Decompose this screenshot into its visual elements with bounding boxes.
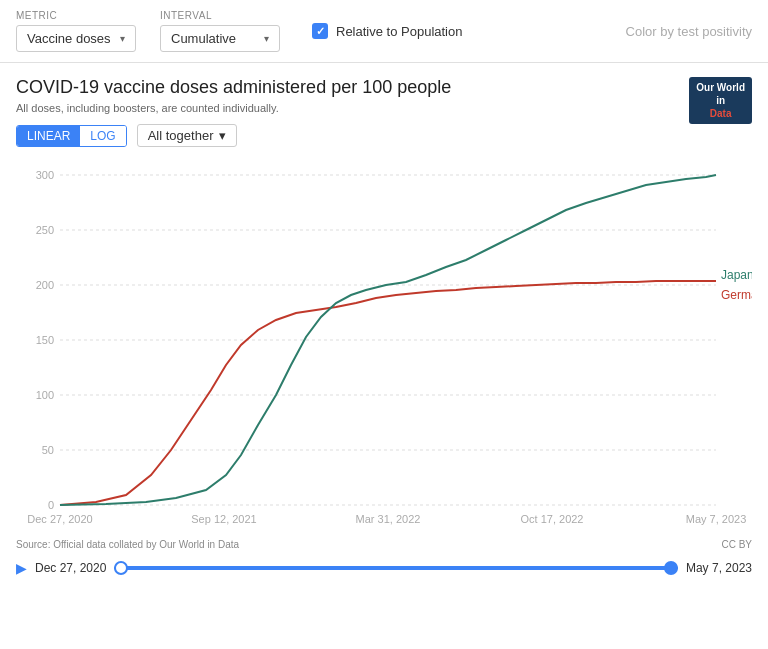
interval-control: INTERVAL Cumulative ▾	[160, 10, 280, 52]
svg-text:250: 250	[36, 224, 54, 236]
owid-line1: Our World	[696, 81, 745, 94]
owid-badge: Our World in Data	[689, 77, 752, 124]
scale-toggle[interactable]: LINEAR LOG	[16, 125, 127, 147]
linear-button[interactable]: LINEAR	[17, 126, 80, 146]
timeline-row: ▶ Dec 27, 2020 May 7, 2023	[0, 554, 768, 582]
interval-label: INTERVAL	[160, 10, 280, 21]
metric-chevron-icon: ▾	[120, 33, 125, 44]
svg-text:300: 300	[36, 169, 54, 181]
interval-select[interactable]: Cumulative ▾	[160, 25, 280, 52]
svg-text:Oct 17, 2022: Oct 17, 2022	[521, 513, 584, 525]
source-row: Source: Official data collated by Our Wo…	[0, 535, 768, 554]
svg-text:100: 100	[36, 389, 54, 401]
all-together-chevron-icon: ▾	[219, 128, 226, 143]
svg-text:May 7, 2023: May 7, 2023	[686, 513, 747, 525]
chart-subtitle: All doses, including boosters, are count…	[16, 102, 451, 114]
color-by-test-positivity[interactable]: Color by test positivity	[626, 24, 752, 39]
svg-text:50: 50	[42, 444, 54, 456]
all-together-label: All together	[148, 128, 214, 143]
metric-select[interactable]: Vaccine doses ▾	[16, 25, 136, 52]
svg-text:0: 0	[48, 499, 54, 511]
timeline-thumb-left[interactable]	[114, 561, 128, 575]
germany-line	[60, 281, 716, 505]
log-button[interactable]: LOG	[80, 126, 125, 146]
chart-area: COVID-19 vaccine doses administered per …	[0, 63, 768, 535]
all-together-button[interactable]: All together ▾	[137, 124, 238, 147]
svg-text:Sep 12, 2021: Sep 12, 2021	[191, 513, 256, 525]
chart-controls: LINEAR LOG All together ▾	[16, 124, 752, 147]
japan-label: Japan	[721, 268, 752, 282]
timeline-thumb-right[interactable]	[664, 561, 678, 575]
metric-label: METRIC	[16, 10, 136, 21]
source-text: Source: Official data collated by Our Wo…	[16, 539, 239, 550]
play-button[interactable]: ▶	[16, 560, 27, 576]
svg-text:150: 150	[36, 334, 54, 346]
svg-text:Mar 31, 2022: Mar 31, 2022	[356, 513, 421, 525]
svg-text:200: 200	[36, 279, 54, 291]
checkbox-check-icon: ✓	[316, 25, 325, 38]
interval-value: Cumulative	[171, 31, 258, 46]
top-bar: METRIC Vaccine doses ▾ INTERVAL Cumulati…	[0, 0, 768, 63]
timeline-end-date: May 7, 2023	[686, 561, 752, 575]
relative-population-toggle[interactable]: ✓ Relative to Population	[312, 23, 462, 39]
timeline-start-date: Dec 27, 2020	[35, 561, 106, 575]
svg-text:Dec 27, 2020: Dec 27, 2020	[27, 513, 92, 525]
interval-chevron-icon: ▾	[264, 33, 269, 44]
chart-title: COVID-19 vaccine doses administered per …	[16, 77, 451, 98]
timeline-track[interactable]	[114, 566, 678, 570]
checkbox-label: Relative to Population	[336, 24, 462, 39]
metric-control: METRIC Vaccine doses ▾	[16, 10, 136, 52]
metric-value: Vaccine doses	[27, 31, 114, 46]
line-chart: .axis-label { font-size: 11px; fill: #aa…	[16, 155, 752, 535]
germany-label: Germany	[721, 288, 752, 302]
owid-line2: in Data	[696, 94, 745, 120]
checkbox-box[interactable]: ✓	[312, 23, 328, 39]
license-text: CC BY	[721, 539, 752, 550]
